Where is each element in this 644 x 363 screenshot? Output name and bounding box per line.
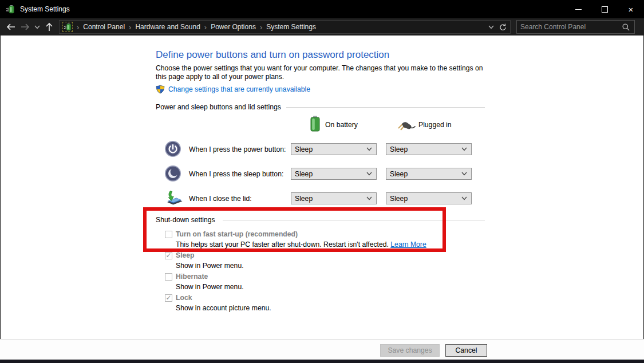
plugged-in-header: Plugged in bbox=[418, 121, 452, 129]
chevron-down-icon bbox=[34, 25, 40, 29]
lock-description: Show in account picture menu. bbox=[176, 304, 271, 312]
save-changes-button[interactable]: Save changes bbox=[380, 344, 440, 357]
breadcrumb-power-options[interactable]: Power Options bbox=[211, 23, 256, 31]
system-settings-window: System Settings × bbox=[0, 0, 644, 363]
power-button-icon bbox=[164, 140, 181, 157]
intro-text: Choose the power settings that you want … bbox=[156, 64, 489, 81]
power-button-on-battery-select[interactable]: Sleep bbox=[291, 143, 377, 155]
address-dropdown-button[interactable] bbox=[486, 19, 496, 34]
plug-icon bbox=[397, 119, 416, 131]
select-value: Sleep bbox=[390, 145, 408, 153]
hibernate-label: Hibernate bbox=[176, 273, 208, 281]
close-lid-plugged-in-select[interactable]: Sleep bbox=[386, 192, 472, 204]
power-button-row-label: When I press the power button: bbox=[189, 145, 286, 153]
chevron-down-icon bbox=[488, 25, 494, 29]
power-group-label: Power and sleep buttons and lid settings bbox=[156, 103, 281, 111]
close-lid-on-battery-select[interactable]: Sleep bbox=[291, 192, 377, 204]
uac-shield-icon bbox=[156, 85, 165, 94]
sleep-button-row-label: When I press the sleep button: bbox=[189, 170, 283, 178]
refresh-button[interactable] bbox=[496, 19, 510, 34]
sleep-button-plugged-in-select[interactable]: Sleep bbox=[386, 168, 472, 180]
up-button[interactable] bbox=[42, 19, 56, 34]
lock-label: Lock bbox=[176, 294, 192, 302]
navigation-toolbar: › Control Panel › Hardware and Sound › P… bbox=[0, 18, 644, 35]
search-box bbox=[516, 20, 635, 34]
back-arrow-icon bbox=[6, 22, 16, 31]
back-button[interactable] bbox=[3, 19, 18, 34]
close-lid-icon bbox=[165, 189, 183, 206]
minimize-icon bbox=[575, 9, 582, 10]
battery-icon bbox=[310, 116, 320, 132]
change-settings-link[interactable]: Change settings that are currently unava… bbox=[168, 85, 310, 93]
close-icon: × bbox=[629, 5, 634, 14]
hibernate-description: Show in Power menu. bbox=[176, 283, 244, 291]
forward-arrow-icon bbox=[20, 22, 30, 31]
sleep-button-on-battery-select[interactable]: Sleep bbox=[291, 168, 377, 180]
cancel-button[interactable]: Cancel bbox=[445, 344, 487, 357]
chevron-down-icon bbox=[461, 172, 467, 176]
breadcrumb-separator: › bbox=[256, 23, 266, 31]
sleep-checkbox[interactable]: ✓ bbox=[165, 252, 172, 259]
hibernate-checkbox[interactable] bbox=[165, 273, 172, 281]
power-group-line bbox=[286, 107, 485, 108]
sleep-description: Show in Power menu. bbox=[176, 262, 244, 270]
chevron-down-icon bbox=[461, 147, 467, 151]
on-battery-header: On battery bbox=[325, 121, 358, 129]
select-value: Sleep bbox=[295, 145, 313, 153]
checkmark-icon: ✓ bbox=[165, 294, 171, 301]
taskbar-edge bbox=[0, 360, 644, 363]
chevron-down-icon bbox=[366, 172, 372, 176]
footer-bar bbox=[0, 340, 644, 360]
window-border-left bbox=[0, 35, 1, 363]
lock-checkbox[interactable]: ✓ bbox=[165, 294, 172, 302]
power-options-app-icon bbox=[6, 5, 15, 14]
window-title: System Settings bbox=[20, 5, 70, 13]
power-button-plugged-in-select[interactable]: Sleep bbox=[386, 143, 472, 155]
maximize-button[interactable] bbox=[591, 0, 618, 18]
minimize-button[interactable] bbox=[565, 0, 591, 18]
forward-button[interactable] bbox=[18, 19, 32, 34]
select-value: Sleep bbox=[390, 195, 408, 203]
select-value: Sleep bbox=[390, 170, 408, 178]
admin-link-row: Change settings that are currently unava… bbox=[156, 85, 310, 94]
chevron-down-icon bbox=[461, 196, 467, 200]
recent-pages-button[interactable] bbox=[32, 19, 42, 34]
select-value: Sleep bbox=[295, 195, 313, 203]
annotation-red-box bbox=[143, 207, 446, 252]
maximize-icon bbox=[602, 6, 608, 13]
checkmark-icon: ✓ bbox=[165, 252, 171, 259]
address-bar[interactable]: › Control Panel › Hardware and Sound › P… bbox=[59, 20, 511, 34]
page-title: Define power buttons and turn on passwor… bbox=[156, 49, 389, 61]
sleep-button-icon bbox=[164, 165, 181, 182]
search-icon[interactable] bbox=[622, 23, 630, 31]
select-value: Sleep bbox=[295, 170, 313, 178]
breadcrumb-separator: › bbox=[125, 23, 135, 31]
breadcrumb-separator: › bbox=[73, 23, 83, 31]
search-input[interactable] bbox=[517, 23, 622, 31]
title-bar: System Settings × bbox=[0, 0, 644, 18]
window-controls: × bbox=[565, 0, 644, 18]
breadcrumb-separator: › bbox=[200, 23, 211, 31]
chevron-down-icon bbox=[366, 196, 372, 200]
breadcrumb-hardware-and-sound[interactable]: Hardware and Sound bbox=[135, 23, 200, 31]
breadcrumb-system-settings[interactable]: System Settings bbox=[266, 23, 316, 31]
up-arrow-icon bbox=[45, 22, 54, 32]
close-button[interactable]: × bbox=[618, 0, 644, 18]
refresh-icon bbox=[499, 23, 507, 31]
chevron-down-icon bbox=[366, 147, 372, 151]
close-lid-row-label: When I close the lid: bbox=[189, 195, 252, 203]
address-bar-power-icon bbox=[62, 22, 73, 32]
breadcrumb-control-panel[interactable]: Control Panel bbox=[83, 23, 125, 31]
sleep-label: Sleep bbox=[176, 251, 195, 259]
